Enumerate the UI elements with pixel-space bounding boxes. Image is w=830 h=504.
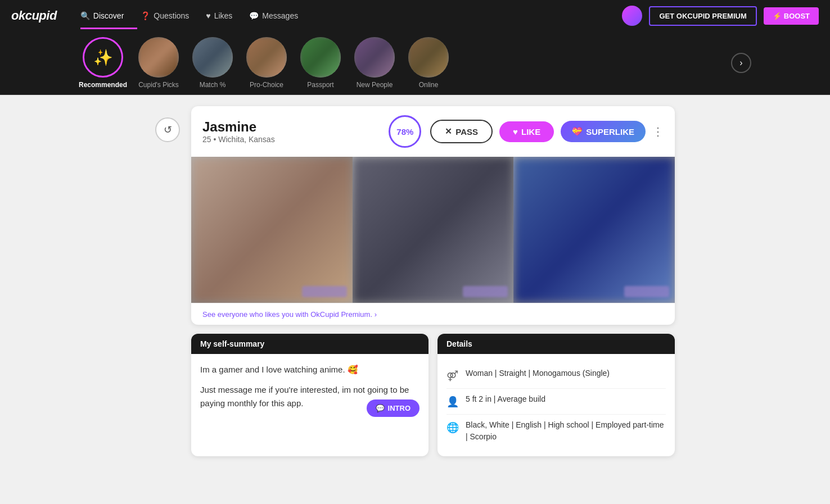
main-nav: 🔍 Discover ❓ Questions ♥ Likes 💬 Message…: [74, 7, 622, 25]
photo-3-overlay: [624, 286, 669, 297]
category-pro-choice[interactable]: Pro-Choice: [244, 37, 289, 89]
cupids-picks-avatar: [138, 37, 179, 78]
online-avatar: [408, 37, 449, 78]
cupids-picks-label: Cupid's Picks: [138, 81, 179, 89]
self-summary-card: My self-summary Im a gamer and I love wa…: [191, 334, 428, 456]
nav-messages[interactable]: 💬 Messages: [242, 7, 305, 25]
x-icon: ✕: [445, 126, 452, 137]
main-content: ↺ Jasmine 25 • Wichita, Kansas 78% ✕: [0, 95, 830, 467]
globe-icon: 🌐: [446, 420, 459, 435]
superlike-icon: 💝: [572, 126, 583, 137]
action-buttons: ✕ PASS ♥ LIKE 💝 SUPERLIKE ⋮: [430, 120, 664, 143]
detail-row-gender: ⚤ Woman | Straight | Monogamous (Single): [446, 363, 666, 389]
nav-discover[interactable]: 🔍 Discover: [74, 7, 130, 25]
match-label: Match %: [200, 81, 226, 89]
recommended-label: Recommended: [79, 81, 127, 89]
self-summary-header: My self-summary: [191, 334, 428, 354]
intro-button[interactable]: 💬 INTRO: [367, 399, 419, 417]
nav-likes[interactable]: ♥ Likes: [199, 7, 239, 25]
detail-row-height: 👤 5 ft 2 in | Average build: [446, 389, 666, 415]
header: okcupid 🔍 Discover ❓ Questions ♥ Likes 💬…: [0, 0, 830, 31]
photo-2[interactable]: [353, 157, 514, 303]
height-icon: 👤: [446, 394, 459, 410]
online-label: Online: [419, 81, 439, 89]
heart-icon: ♥: [513, 127, 518, 137]
profile-card: Jasmine 25 • Wichita, Kansas 78% ✕ PASS …: [191, 106, 675, 325]
summary-line1: Im a gamer and I love watching anime. 🥰: [200, 363, 419, 376]
category-online[interactable]: Online: [406, 37, 451, 89]
photo-1-overlay: [302, 286, 347, 297]
detail-row-background: 🌐 Black, White | English | High school |…: [446, 415, 666, 447]
questions-icon: ❓: [141, 11, 150, 20]
like-button[interactable]: ♥ LIKE: [499, 121, 554, 142]
premium-link[interactable]: See everyone who likes you with OkCupid …: [202, 310, 377, 319]
pro-choice-label: Pro-Choice: [250, 81, 283, 89]
gender-icon: ⚤: [446, 369, 459, 384]
category-cupids-picks[interactable]: Cupid's Picks: [136, 37, 181, 89]
nav-questions[interactable]: ❓ Questions: [134, 7, 196, 25]
photos-grid: [191, 157, 675, 303]
pass-button[interactable]: ✕ PASS: [430, 120, 493, 143]
boost-button[interactable]: ⚡ BOOST: [764, 7, 819, 25]
category-new-people[interactable]: New People: [352, 37, 397, 89]
likes-icon: ♥: [206, 11, 210, 20]
premium-button[interactable]: GET OKCUPID PREMIUM: [649, 6, 756, 26]
profile-header: Jasmine 25 • Wichita, Kansas 78% ✕ PASS …: [191, 106, 675, 157]
message-icon: 💬: [376, 404, 385, 412]
undo-area: ↺: [155, 106, 180, 456]
profile-name-section: Jasmine 25 • Wichita, Kansas: [202, 119, 380, 144]
photo-2-overlay: [463, 286, 508, 297]
photo-1[interactable]: [191, 157, 353, 303]
recommended-avatar: ✨: [83, 37, 123, 78]
discover-icon: 🔍: [80, 11, 90, 20]
category-match[interactable]: Match %: [190, 37, 235, 89]
profile-name: Jasmine: [202, 119, 380, 135]
logo[interactable]: okcupid: [11, 8, 57, 23]
details-card: Details ⚤ Woman | Straight | Monogamous …: [437, 334, 675, 456]
lightning-icon: ⚡: [773, 12, 782, 20]
category-recommended[interactable]: ✨ Recommended: [79, 37, 127, 89]
category-nav-next[interactable]: ›: [731, 53, 751, 73]
category-passport[interactable]: Passport: [298, 37, 343, 89]
messages-icon: 💬: [249, 11, 259, 20]
details-header: Details: [437, 334, 675, 354]
undo-button[interactable]: ↺: [155, 117, 180, 142]
photo-3[interactable]: [513, 157, 675, 303]
profile-age-location: 25 • Wichita, Kansas: [202, 135, 380, 144]
match-percent-circle: 78%: [389, 115, 421, 148]
pro-choice-avatar: [246, 37, 287, 78]
premium-banner: See everyone who likes you with OkCupid …: [191, 303, 675, 325]
superlike-button[interactable]: 💝 SUPERLIKE: [561, 121, 646, 142]
self-summary-body: Im a gamer and I love watching anime. 🥰 …: [191, 354, 428, 426]
match-avatar: [192, 37, 233, 78]
more-options-button[interactable]: ⋮: [652, 125, 664, 138]
passport-label: Passport: [307, 81, 333, 89]
user-avatar[interactable]: [622, 6, 642, 26]
details-body: ⚤ Woman | Straight | Monogamous (Single)…: [437, 354, 675, 456]
profile-sections: My self-summary Im a gamer and I love wa…: [191, 334, 675, 456]
new-people-avatar: [354, 37, 395, 78]
header-right: GET OKCUPID PREMIUM ⚡ BOOST: [622, 6, 819, 26]
passport-avatar: [300, 37, 341, 78]
category-nav: ✨ Recommended Cupid's Picks Match % Pro-…: [0, 31, 830, 95]
new-people-label: New People: [357, 81, 393, 89]
